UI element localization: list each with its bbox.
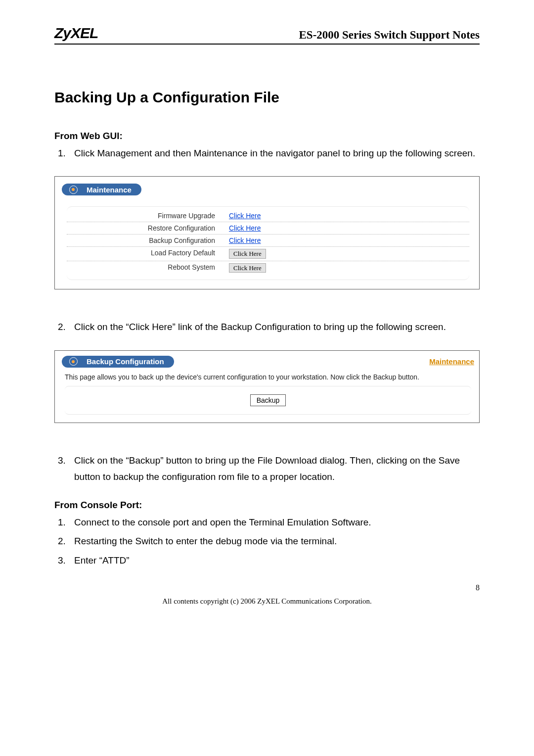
web-gui-step-3: Click on the “Backup” button to bring up… [68,453,480,485]
reboot-system-button[interactable]: Click Here [229,263,266,273]
from-web-gui-heading: From Web GUI: [54,131,480,142]
maintenance-table: Firmware Upgrade Click Here Restore Conf… [67,206,469,280]
panel-bullet-icon [62,184,85,195]
maintenance-breadcrumb-link[interactable]: Maintenance [429,357,474,366]
console-step-1: Connect to the console port and open the… [68,515,480,530]
backup-description-text: This page allows you to back up the devi… [65,373,471,382]
backup-configuration-screenshot: Backup Configuration Maintenance This pa… [54,350,480,424]
maintenance-screenshot: Maintenance Firmware Upgrade Click Here … [54,176,480,289]
table-row: Firmware Upgrade Click Here [67,210,469,222]
table-row: Restore Configuration Click Here [67,222,469,235]
row-label-load-factory-default: Load Factory Default [67,249,229,259]
backup-button[interactable]: Backup [250,394,286,406]
doc-title: ES-2000 Series Switch Support Notes [299,29,480,42]
backup-panel-title: Backup Configuration [85,356,174,368]
row-label-restore-configuration: Restore Configuration [67,224,229,232]
restore-configuration-link[interactable]: Click Here [229,224,261,232]
row-label-backup-configuration: Backup Configuration [67,236,229,244]
page-number: 8 [54,583,480,592]
load-factory-default-button[interactable]: Click Here [229,249,266,259]
firmware-upgrade-link[interactable]: Click Here [229,212,261,220]
page-header: ZyXEL ES-2000 Series Switch Support Note… [54,25,480,45]
maintenance-panel-header: Maintenance [62,184,141,195]
backup-panel-header: Backup Configuration [62,356,174,368]
row-label-reboot-system: Reboot System [67,263,229,273]
table-row: Reboot System Click Here [67,261,469,275]
from-console-port-heading: From Console Port: [54,500,480,511]
console-step-3: Enter “ATTD” [68,553,480,568]
logo: ZyXEL [54,25,98,42]
table-row: Load Factory Default Click Here [67,247,469,261]
footer-copyright: All contents copyright (c) 2006 ZyXEL Co… [54,597,480,606]
panel-bullet-icon [62,356,85,368]
web-gui-step-2: Click on the “Click Here” link of the Ba… [68,319,480,335]
table-row: Backup Configuration Click Here [67,235,469,247]
section-title: Backing Up a Configuration File [54,89,480,106]
maintenance-panel-title: Maintenance [85,184,141,195]
web-gui-step-1: Click Management and then Maintenance in… [68,145,480,161]
console-step-2: Restarting the Switch to enter the debug… [68,533,480,549]
row-label-firmware-upgrade: Firmware Upgrade [67,212,229,220]
backup-configuration-link[interactable]: Click Here [229,236,261,244]
